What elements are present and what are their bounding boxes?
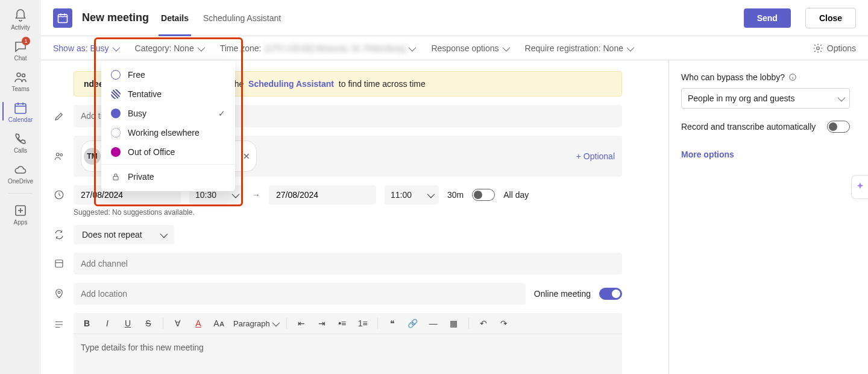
copilot-fab[interactable] [851,175,868,199]
number-list-button[interactable]: 1≡ [357,319,369,328]
require-registration-label: Require registration: None [525,43,623,53]
chevron-down-icon [503,43,508,53]
check-icon: ✓ [218,109,225,118]
rail-label: Calls [14,147,27,154]
show-as-private[interactable]: Private [101,167,235,186]
online-meeting-toggle[interactable] [599,288,622,300]
end-time-select[interactable]: 11:00 [385,185,439,204]
redo-button[interactable]: ↷ [498,319,510,328]
options-bar: Show as: Busy Category: None Time zone: … [41,36,868,60]
underline-button[interactable]: U [122,319,134,328]
show-as-tentative[interactable]: Tentative [101,84,235,104]
chevron-down-icon [272,319,278,328]
description-placeholder[interactable]: Type details for this new meeting [74,334,622,374]
hr-button[interactable]: — [427,319,439,328]
rail-label: Chat [14,55,27,62]
location-icon [53,288,65,299]
undo-button[interactable]: ↶ [477,319,489,328]
channel-icon [53,258,65,269]
bullet-list-button[interactable]: •≡ [336,319,348,328]
timezone-dropdown[interactable]: Time zone: (UTC+03:00) Moscow, St. Peter… [220,43,415,53]
meeting-options-panel: Who can bypass the lobby? People in my o… [669,60,868,374]
tab-scheduling-assistant[interactable]: Scheduling Assistant [201,0,283,36]
close-button[interactable]: Close [805,8,856,28]
location-input[interactable] [74,283,526,305]
bell-icon [13,8,28,23]
record-toggle[interactable] [827,121,850,133]
svg-point-5 [817,46,820,49]
svg-rect-9 [55,260,63,267]
suggested-times: Suggested: No suggestions available. [74,208,662,217]
timezone-label: Time zone: [220,43,262,53]
indent-decrease-button[interactable]: ⇤ [295,319,307,328]
avatar: TM [84,148,101,165]
show-as-elsewhere[interactable]: Working elsewhere [101,123,235,142]
header: New meeting Details Scheduling Assistant… [41,0,868,36]
text-highlight-button[interactable]: ∀ [172,319,184,328]
quote-button[interactable]: ❝ [386,319,398,328]
rail-onedrive[interactable]: OneDrive [2,159,39,187]
show-as-dropdown[interactable]: Show as: Busy [53,43,118,53]
timezone-value: (UTC+03:00) Moscow, St. Petersburg [265,43,405,53]
all-day-toggle[interactable] [472,189,495,201]
show-as-free[interactable]: Free [101,65,235,84]
italic-button[interactable]: I [101,319,113,328]
rail-apps[interactable]: Apps [2,200,39,228]
show-as-busy[interactable]: Busy✓ [101,104,235,123]
status-tentative-icon [111,89,121,99]
more-options-link[interactable]: More options [681,150,850,159]
recurrence-select[interactable]: Does not repeat [74,225,174,244]
page-title: New meeting [82,11,149,24]
category-dropdown[interactable]: Category: None [135,43,203,53]
cloud-icon [13,162,28,177]
table-button[interactable]: ▦ [448,319,460,328]
show-as-label: Show as: Busy [53,43,109,53]
duration-label: 30m [447,190,464,200]
lock-icon [111,172,121,182]
channel-input[interactable] [74,253,622,274]
paragraph-select[interactable]: Paragraph [233,319,278,328]
lobby-bypass-select[interactable]: People in my org and guests [681,88,850,109]
list-icon [53,319,65,330]
strike-button[interactable]: S [142,319,154,328]
response-options-label: Response options [431,43,498,53]
rail-activity[interactable]: Activity [2,5,39,33]
send-button[interactable]: Send [744,8,791,28]
font-size-button[interactable]: Aᴀ [213,319,225,328]
rail-label: Teams [11,86,29,92]
bold-button[interactable]: B [81,319,93,328]
rail-label: Calendar [8,116,33,123]
response-options-dropdown[interactable]: Response options [431,43,508,53]
show-as-oof[interactable]: Out of Office [101,142,235,162]
tab-details[interactable]: Details [159,0,191,36]
rail-separator [8,193,33,194]
chevron-down-icon [232,190,237,200]
rail-calendar[interactable]: Calendar [2,97,39,125]
rail-teams[interactable]: Teams [2,66,39,95]
require-registration-dropdown[interactable]: Require registration: None [525,43,632,53]
sparkle-icon [855,182,866,192]
rail-label: Activity [11,24,30,31]
description-editor[interactable]: B I U S ∀ A Aᴀ Paragraph ⇤ ⇥ •≡ 1≡ ❝ [74,313,622,374]
menu-separator [101,164,235,165]
add-optional-link[interactable]: + Optional [576,151,615,161]
end-date-input[interactable] [269,185,376,204]
chevron-down-icon [160,230,166,239]
status-free-icon [111,70,121,80]
info-icon[interactable] [788,73,797,81]
indent-increase-button[interactable]: ⇥ [316,319,328,328]
status-busy-icon [111,109,121,118]
rail-chat[interactable]: 1 Chat [2,36,39,64]
svg-rect-2 [15,104,26,113]
font-color-button[interactable]: A [192,319,204,328]
rte-toolbar: B I U S ∀ A Aᴀ Paragraph ⇤ ⇥ •≡ 1≡ ❝ [74,313,622,334]
show-as-menu: Free Tentative Busy✓ Working elsewhere O… [101,60,235,191]
remove-attendee-icon[interactable]: ✕ [243,151,250,161]
svg-rect-4 [58,14,68,22]
people-icon [53,151,65,162]
options-button[interactable]: Options [813,43,856,54]
scheduling-assistant-link[interactable]: Scheduling Assistant [248,79,334,89]
link-button[interactable]: 🔗 [407,319,419,328]
svg-point-7 [60,154,63,156]
rail-calls[interactable]: Calls [2,128,39,156]
